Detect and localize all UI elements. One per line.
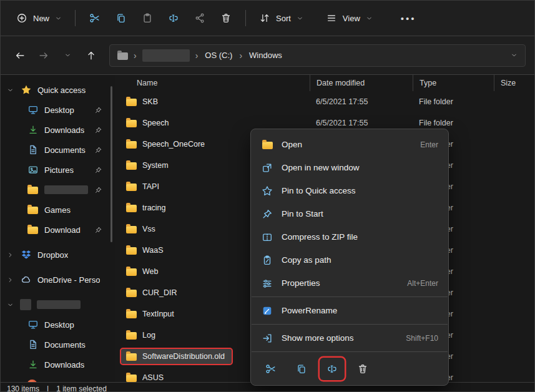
share-button[interactable] (187, 7, 213, 29)
more-options-button[interactable]: ••• (395, 13, 423, 24)
redacted-breadcrumb-segment (142, 49, 190, 62)
sidebar-item-games[interactable]: Games (1, 200, 115, 220)
sidebar-item-label: Dropbox (37, 250, 68, 260)
file-row[interactable]: SKB 6/5/2021 17:55 File folder (115, 91, 534, 112)
column-header-date[interactable]: Date modified (310, 75, 413, 91)
file-name: SKB (142, 97, 158, 106)
trash-icon (220, 12, 232, 24)
download-arrow-icon (27, 359, 39, 370)
copy-button[interactable] (108, 7, 134, 29)
paste-button[interactable] (134, 7, 160, 29)
menu-item-pin-to-quick-access[interactable]: Pin to Quick access (251, 179, 448, 202)
menu-item-label: Pin to Start (282, 209, 430, 218)
folder-icon (27, 225, 39, 234)
forward-button[interactable] (33, 46, 54, 66)
folder-icon (126, 226, 137, 233)
address-bar: › › OS (C:) › Windows (1, 36, 534, 75)
sidebar-item-label: Games (44, 205, 71, 215)
folder-open-icon (261, 140, 273, 149)
menu-item-open[interactable]: Open Enter (251, 133, 448, 156)
sidebar-item-dropbox[interactable]: Dropbox (1, 245, 115, 265)
breadcrumb[interactable]: › › OS (C:) › Windows (109, 44, 526, 67)
cut-button[interactable] (82, 7, 108, 29)
sidebar-item-label: Documents (44, 340, 86, 350)
menu-item-open-in-new-window[interactable]: Open in new window (251, 156, 448, 179)
folder-icon (117, 52, 128, 60)
folder-icon (126, 290, 137, 297)
dropbox-icon (20, 249, 32, 260)
address-dropdown-chevron-icon[interactable] (511, 52, 518, 59)
menu-item-shortcut: Enter (420, 140, 438, 149)
toolbar-divider (75, 10, 76, 26)
folder-icon (126, 332, 137, 340)
zip-icon (261, 232, 273, 243)
breadcrumb-drive[interactable]: OS (C:) (204, 49, 233, 61)
menu-item-label: Pin to Quick access (282, 186, 430, 195)
menu-item-show-more-options[interactable]: Show more options Shift+F10 (251, 326, 448, 350)
delete-button[interactable] (213, 7, 239, 29)
sidebar-item-quick-access[interactable]: Quick access (1, 80, 115, 100)
sidebar-item-redacted-folder[interactable] (1, 180, 115, 200)
breadcrumb-folder[interactable]: Windows (248, 49, 283, 61)
menu-item-powerrename[interactable]: PowerRename (251, 299, 448, 322)
properties-sliders-icon (261, 278, 273, 289)
menu-item-properties[interactable]: Properties Alt+Enter (251, 272, 448, 295)
menu-item-compress-zip[interactable]: Compress to ZIP file (251, 225, 448, 248)
column-header-size[interactable]: Size (494, 75, 534, 91)
pushpin-icon (261, 208, 273, 220)
menu-item-shortcut: Shift+F10 (406, 334, 438, 343)
view-button[interactable]: View (319, 8, 380, 28)
sidebar-item-label: Quick access (37, 86, 86, 95)
menu-separator (252, 296, 448, 297)
copy-button[interactable] (289, 358, 314, 380)
sidebar-item-label: Downloads (44, 360, 84, 370)
cut-button[interactable] (258, 358, 283, 380)
sidebar-scrollbar[interactable] (110, 86, 112, 242)
arrow-right-icon (38, 50, 49, 61)
folder-icon (126, 353, 137, 361)
rename-icon (326, 363, 338, 375)
recent-locations-button[interactable] (57, 46, 78, 66)
file-explorer-window: New Sort View ••• › › (0, 0, 535, 392)
folder-icon (126, 311, 137, 318)
rename-button[interactable] (160, 7, 187, 29)
sidebar-item-label: Documents (44, 145, 86, 155)
sidebar-item-documents[interactable]: Documents (1, 140, 115, 160)
column-header-type[interactable]: Type (413, 75, 494, 91)
chevron-right-icon (6, 252, 14, 258)
back-button[interactable] (9, 46, 31, 66)
column-headers: Name Date modified Type Size (115, 75, 534, 91)
sort-button[interactable]: Sort (252, 8, 310, 28)
folder-icon (126, 162, 137, 170)
cloud-icon (20, 274, 32, 285)
sidebar-item-label: Pictures (44, 165, 74, 175)
up-button[interactable] (81, 46, 102, 66)
sidebar-item-user-documents[interactable]: Documents (1, 335, 115, 355)
red-highlight-box: SoftwareDistribution.old (120, 348, 233, 365)
sidebar-item-desktop[interactable]: Desktop (1, 100, 115, 120)
chevron-down-icon (366, 15, 373, 22)
folder-icon (27, 185, 39, 194)
sidebar-item-onedrive[interactable]: OneDrive - Perso (1, 270, 115, 290)
menu-item-pin-to-start[interactable]: Pin to Start (251, 202, 448, 225)
context-menu-quick-actions (251, 354, 448, 381)
file-name: Log (142, 331, 155, 340)
sidebar-item-user-desktop[interactable]: Desktop (1, 315, 115, 335)
delete-button[interactable] (350, 358, 375, 380)
rename-button[interactable] (320, 358, 345, 380)
monitor-icon (27, 104, 39, 115)
sidebar-item-pictures[interactable]: Pictures (1, 160, 115, 180)
sidebar-item-user-redacted[interactable] (1, 295, 115, 315)
chevron-down-icon (297, 15, 303, 22)
sidebar-item-downloads[interactable]: Downloads (1, 120, 115, 140)
pin-icon (94, 146, 102, 154)
menu-item-copy-as-path[interactable]: Copy as path (251, 248, 448, 272)
menu-item-label: Open in new window (282, 163, 430, 172)
context-menu: Open Enter Open in new window Pin to Qui… (250, 129, 449, 386)
column-header-name[interactable]: Name (115, 75, 310, 91)
file-date: 6/5/2021 17:55 (310, 119, 413, 127)
pin-icon (94, 126, 102, 134)
new-button[interactable]: New (9, 8, 69, 28)
sidebar-item-download[interactable]: Download (1, 220, 115, 240)
sidebar-item-user-downloads[interactable]: Downloads (1, 355, 115, 375)
